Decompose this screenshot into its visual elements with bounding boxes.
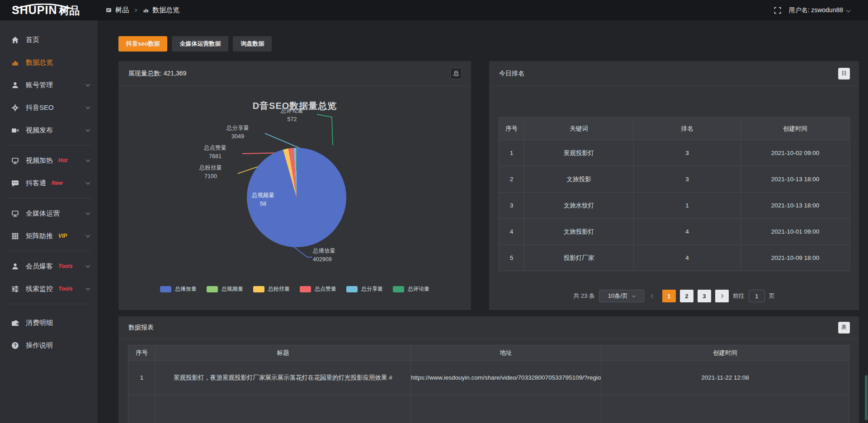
prev-page-button[interactable] xyxy=(648,295,658,298)
sidebar-item-label: 全媒体运营 xyxy=(26,209,60,218)
report-panel-header: 数据报表 表 xyxy=(118,316,859,339)
pagination: 共 23 条 10条/页 1 2 3 前往 页 xyxy=(489,290,859,302)
sidebar-item-omni-media[interactable]: 全媒体运营 xyxy=(0,202,98,225)
user-icon xyxy=(11,81,19,89)
col-header-index: 序号 xyxy=(499,118,524,140)
page-button-3[interactable]: 3 xyxy=(698,290,711,302)
sidebar-item-label: 首页 xyxy=(26,36,39,44)
page-size-value: 10条/页 xyxy=(608,292,628,300)
seo-chart-panel: 展现量总数: 421,369 总 D音SEO数据量总览 总评论量572 总分享量… xyxy=(118,61,471,310)
breadcrumb-separator: > xyxy=(134,7,137,14)
table-header-row: 序号 标题 地址 创建时间 xyxy=(128,345,849,361)
legend-swatch xyxy=(393,286,404,292)
table-row[interactable]: 2文旅投影32021-10-13 18:00 xyxy=(499,166,850,193)
legend-item[interactable]: 总视频量 xyxy=(207,285,243,293)
total-toggle-button[interactable]: 总 xyxy=(450,68,462,80)
day-toggle-button[interactable]: 日 xyxy=(838,68,850,80)
table-row[interactable]: 5投影灯厂家42021-10-09 18:00 xyxy=(499,245,850,271)
sidebar-item-label: 抖客通 xyxy=(26,179,46,188)
data-tabs: 抖音seo数据 全媒体运营数据 询盘数据 xyxy=(118,36,272,52)
table-row xyxy=(128,395,849,423)
sidebar-item-video-heat[interactable]: 视频加热 Hot xyxy=(0,149,98,172)
sidebar-item-help[interactable]: ? 操作说明 xyxy=(0,334,98,357)
sidebar-item-label: 视频加热 xyxy=(26,156,53,165)
col-header-created: 创建时间 xyxy=(601,345,849,361)
legend-item[interactable]: 总点赞量 xyxy=(300,285,336,293)
topbar: SHUPIN 树品 树品 > 数据总览 用户名: zswodun88 xyxy=(0,0,868,20)
chevron-down-icon xyxy=(86,158,90,162)
next-page-button[interactable] xyxy=(715,290,729,302)
legend-item[interactable]: 总粉丝量 xyxy=(253,285,290,293)
monitor-icon xyxy=(11,210,19,217)
sidebar-item-label: 会员爆客 xyxy=(26,262,53,271)
pie-chart-area: D音SEO数据量总览 总评论量572 总分享量3049 总点赞量7681 总粉丝… xyxy=(118,86,471,310)
video-link[interactable]: https://www.iesdouyin.com/share/video/70… xyxy=(411,361,601,395)
user-menu[interactable]: 用户名: zswodun88 xyxy=(788,6,850,14)
page-button-1[interactable]: 1 xyxy=(662,290,676,302)
bar-chart-icon xyxy=(143,7,149,13)
table-header-row: 序号 关键词 排名 创建时间 xyxy=(499,118,850,140)
chevron-left-icon xyxy=(651,294,656,298)
ranking-table: 序号 关键词 排名 创建时间 1景观投影灯32021-10-02 09:00 2… xyxy=(499,117,850,271)
page-button-2[interactable]: 2 xyxy=(680,290,693,302)
sidebar-item-video-publish[interactable]: 视频发布 xyxy=(0,119,98,141)
chart-panel-header: 展现量总数: 421,369 总 xyxy=(118,61,471,86)
sidebar-item-label: 视频发布 xyxy=(26,126,53,135)
chevron-down-icon xyxy=(86,286,90,291)
tab-inquiry[interactable]: 询盘数据 xyxy=(233,36,272,52)
scrollbar-thumb[interactable] xyxy=(865,375,868,420)
report-table: 序号 标题 地址 创建时间 1 景观投影灯，夜游景观投影灯厂家展示展示落花灯在花… xyxy=(128,345,849,423)
legend-item[interactable]: 总分享量 xyxy=(346,285,383,293)
chat-bubble-icon xyxy=(11,179,19,187)
table-toggle-button[interactable]: 表 xyxy=(838,322,850,334)
chevron-down-icon xyxy=(846,8,851,13)
chevron-down-icon xyxy=(632,293,636,297)
gear-icon xyxy=(11,104,19,112)
sidebar-item-label: 操作说明 xyxy=(26,341,53,350)
jump-page-input[interactable] xyxy=(749,290,765,302)
col-header-index: 序号 xyxy=(128,345,156,361)
sidebar-item-member-leads[interactable]: 会员爆客 Tools xyxy=(0,255,98,277)
video-camera-icon xyxy=(11,127,19,134)
tab-douyin-seo[interactable]: 抖音seo数据 xyxy=(118,36,167,52)
legend-item[interactable]: 总评论量 xyxy=(393,285,429,293)
table-row[interactable]: 3文旅水纹灯12021-10-13 18:00 xyxy=(499,193,850,219)
table-row[interactable]: 4文旅投影灯42021-10-01 09:00 xyxy=(499,219,850,245)
chevron-down-icon xyxy=(86,211,90,215)
breadcrumb-root[interactable]: 树品 xyxy=(115,6,129,14)
sidebar-item-matrix-boost[interactable]: 矩阵助推 VIP xyxy=(0,225,98,247)
sidebar-item-douyin-seo[interactable]: 抖音SEO xyxy=(0,96,98,119)
sidebar-divider xyxy=(6,145,91,146)
fullscreen-icon[interactable] xyxy=(774,7,781,14)
ranking-panel-title: 今日排名 xyxy=(499,70,524,78)
chevron-down-icon xyxy=(86,180,90,185)
sidebar-item-clue-monitor[interactable]: 线索监控 Tools xyxy=(0,277,98,300)
sidebar-item-label: 线索监控 xyxy=(26,285,53,293)
person-icon xyxy=(11,263,19,270)
legend-item[interactable]: 总播放量 xyxy=(160,285,197,293)
sidebar: 首页 数据总览 账号管理 抖音SEO 视频发布 视频加热 Hot 抖客通 New… xyxy=(0,20,98,423)
sidebar-item-home[interactable]: 首页 xyxy=(0,28,98,51)
chevron-down-icon xyxy=(86,127,90,132)
chevron-right-icon xyxy=(720,294,723,298)
table-row[interactable]: 1景观投影灯32021-10-02 09:00 xyxy=(499,140,850,166)
page-size-select[interactable]: 10条/页 xyxy=(599,290,644,302)
pagination-total: 共 23 条 xyxy=(573,292,595,300)
tab-omni-media[interactable]: 全媒体运营数据 xyxy=(172,36,228,52)
legend-swatch xyxy=(300,286,311,292)
chevron-down-icon xyxy=(86,263,90,268)
question-circle-icon: ? xyxy=(11,342,19,349)
sliders-icon xyxy=(11,285,19,293)
board-icon xyxy=(106,7,112,13)
sidebar-item-doketong[interactable]: 抖客通 New xyxy=(0,172,98,194)
sidebar-item-account[interactable]: 账号管理 xyxy=(0,74,98,96)
sidebar-item-data-overview[interactable]: 数据总览 xyxy=(0,51,98,74)
chevron-down-icon xyxy=(86,82,90,87)
main-content: 抖音seo数据 全媒体运营数据 询盘数据 展现量总数: 421,369 总 D音… xyxy=(98,20,868,423)
pie-label-comments: 总评论量572 xyxy=(267,107,317,124)
sidebar-item-spend-detail[interactable]: 消费明细 xyxy=(0,311,98,334)
table-row[interactable]: 1 景观投影灯，夜游景观投影灯厂家展示展示落花灯在花园里的灯光投影应用效果 # … xyxy=(128,361,849,395)
tools-badge: Tools xyxy=(58,263,73,269)
sidebar-divider xyxy=(6,304,91,304)
report-panel-title: 数据报表 xyxy=(128,324,154,332)
